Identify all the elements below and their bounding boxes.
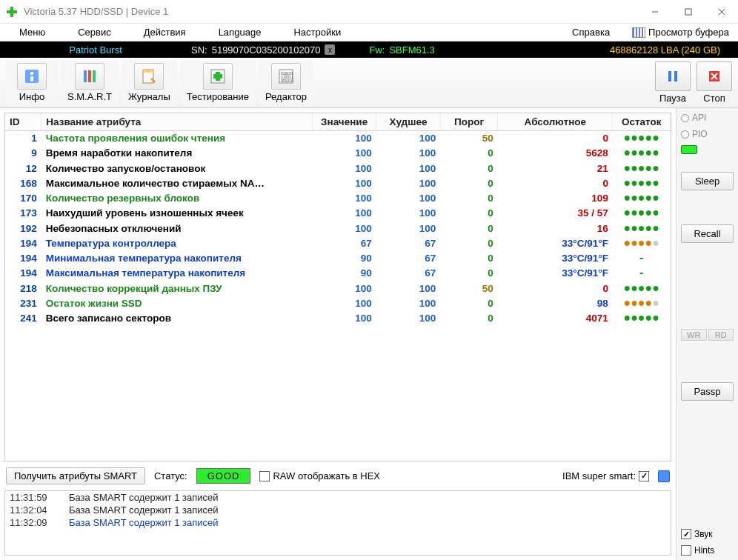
- table-row[interactable]: 170Количество резервных блоков1001000109…: [5, 191, 671, 206]
- cell-abs: 98: [498, 296, 613, 311]
- svg-rect-1: [7, 10, 17, 13]
- device-info-bar: Patriot Burst SN: 5199070C035200102070 x…: [0, 41, 738, 58]
- stop-button[interactable]: [697, 61, 732, 91]
- cell-rest: ●●●●●: [613, 281, 671, 296]
- menu-language[interactable]: Language: [202, 25, 278, 39]
- cell-thresh: 0: [440, 146, 498, 161]
- close-button[interactable]: [705, 1, 738, 23]
- log-timestamp: 11:32:04: [10, 504, 59, 516]
- cell-abs: 4071: [498, 311, 613, 326]
- info-icon: [17, 63, 47, 90]
- cell-rest: ●●●●●: [613, 176, 671, 191]
- log-pane[interactable]: 11:31:59База SMART содержит 1 записей11:…: [4, 490, 671, 556]
- table-row[interactable]: 168Максимальное количество стираемых NA……: [5, 176, 671, 191]
- wr-rd-buttons: WR RD: [681, 329, 734, 341]
- tab-info[interactable]: Инфо: [6, 61, 58, 104]
- cell-id: 194: [5, 251, 41, 266]
- cell-name: Всего записано секторов: [41, 311, 313, 326]
- tab-editor[interactable]: 010101 110011 001010 Редактор: [259, 61, 313, 104]
- pause-button[interactable]: [655, 61, 691, 91]
- table-row[interactable]: 192Небезопасных отключений100100016●●●●●: [5, 221, 671, 236]
- sn-clear-button[interactable]: x: [325, 44, 335, 55]
- passp-button[interactable]: Passp: [681, 382, 734, 401]
- table-row[interactable]: 12Количество запусков/остановок100100021…: [5, 161, 671, 176]
- hints-checkbox[interactable]: Hints: [681, 545, 734, 556]
- svg-rect-10: [88, 70, 91, 82]
- table-row[interactable]: 218Количество коррекций данных ПЗУ100100…: [5, 281, 671, 296]
- maximize-button[interactable]: [671, 1, 705, 23]
- testing-icon: [203, 63, 233, 90]
- menu-settings[interactable]: Настройки: [277, 25, 357, 39]
- cell-name: Температура контроллера: [41, 236, 313, 251]
- menu-main[interactable]: Меню: [3, 25, 62, 39]
- cell-worst: 100: [376, 221, 440, 236]
- th-abs[interactable]: Абсолютное: [498, 113, 613, 131]
- cell-worst: 100: [376, 131, 440, 147]
- cell-id: 218: [5, 281, 41, 296]
- status-value: GOOD: [196, 468, 251, 484]
- cell-value: 100: [312, 131, 376, 147]
- tab-smart[interactable]: S.M.A.R.T: [61, 61, 119, 104]
- th-rest[interactable]: Остаток: [613, 113, 671, 131]
- tab-testing[interactable]: Тестирование: [180, 61, 256, 104]
- table-row[interactable]: 231Остаток жизни SSD100100098●●●●●: [5, 296, 671, 311]
- cell-rest: -: [613, 266, 671, 281]
- table-row[interactable]: 1Частота проявления ошибок чтения1001005…: [5, 131, 671, 147]
- sound-label: Звук: [694, 529, 713, 539]
- cell-abs: 0: [498, 131, 613, 147]
- api-radio[interactable]: API: [681, 113, 734, 123]
- lba-value: 468862128 LBA (240 GB): [610, 44, 720, 56]
- raw-hex-label: RAW отображать в HEX: [273, 470, 380, 481]
- th-worst[interactable]: Худшее: [376, 113, 440, 131]
- th-value[interactable]: Значение: [312, 113, 376, 131]
- sound-checkbox[interactable]: Звук: [681, 529, 734, 539]
- cell-id: 12: [5, 161, 41, 176]
- cell-rest: ●●●●●: [613, 206, 671, 221]
- ibm-picker-button[interactable]: [658, 470, 670, 482]
- menu-help[interactable]: Справка: [556, 25, 626, 39]
- wr-button[interactable]: WR: [681, 329, 707, 341]
- sn-value: 5199070C035200102070: [212, 44, 321, 56]
- svg-rect-11: [93, 70, 96, 82]
- table-row[interactable]: 9Время наработки накопителя10010005628●●…: [5, 146, 671, 161]
- radio-icon: [681, 114, 689, 122]
- cell-rest: ●●●●●: [613, 236, 671, 251]
- log-timestamp: 11:32:09: [10, 517, 59, 528]
- get-smart-button[interactable]: Получить атрибуты SMART: [6, 467, 145, 484]
- th-id[interactable]: ID: [5, 113, 41, 131]
- menu-service[interactable]: Сервис: [62, 25, 127, 39]
- svg-rect-9: [84, 70, 87, 82]
- ibm-smart-checkbox[interactable]: IBM super smart:: [562, 470, 649, 481]
- sleep-button[interactable]: Sleep: [681, 172, 734, 190]
- cell-rest: ●●●●●: [613, 221, 671, 236]
- cell-abs: 33°C/91°F: [498, 236, 613, 251]
- buffer-icon: [632, 27, 645, 38]
- cell-thresh: 0: [440, 191, 498, 206]
- table-row[interactable]: 194Минимальная температура накопителя906…: [5, 251, 671, 266]
- log-message: База SMART содержит 1 записей: [69, 504, 219, 516]
- tab-journals[interactable]: Журналы: [122, 61, 177, 104]
- recall-button[interactable]: Recall: [681, 224, 734, 243]
- svg-rect-7: [30, 72, 33, 75]
- th-name[interactable]: Название атрибута: [41, 113, 313, 131]
- minimize-button[interactable]: [638, 1, 671, 23]
- pause-label: Пауза: [659, 93, 686, 104]
- pio-radio[interactable]: PIO: [681, 129, 734, 139]
- fw-value: SBFM61.3: [389, 44, 434, 56]
- cell-name: Наихудший уровень изношенных ячеек: [41, 206, 313, 221]
- table-row[interactable]: 194Температура контроллера6767033°C/91°F…: [5, 236, 671, 251]
- cell-name: Минимальная температура накопителя: [41, 251, 313, 266]
- table-row[interactable]: 241Всего записано секторов10010004071●●●…: [5, 311, 671, 326]
- log-row: 11:31:59База SMART содержит 1 записей: [5, 491, 671, 504]
- table-row[interactable]: 194Максимальная температура накопителя90…: [5, 266, 671, 281]
- th-thresh[interactable]: Порог: [440, 113, 498, 131]
- menu-actions[interactable]: Действия: [127, 25, 202, 39]
- view-buffer-button[interactable]: Просмотр буфера: [626, 25, 735, 39]
- table-row[interactable]: 173Наихудший уровень изношенных ячеек100…: [5, 206, 671, 221]
- cell-value: 100: [312, 221, 376, 236]
- raw-hex-checkbox[interactable]: RAW отображать в HEX: [259, 470, 380, 481]
- rd-button[interactable]: RD: [708, 329, 734, 341]
- cell-name: Максимальное количество стираемых NA…: [41, 176, 313, 191]
- cell-id: 9: [5, 146, 41, 161]
- status-label: Статус:: [154, 470, 187, 481]
